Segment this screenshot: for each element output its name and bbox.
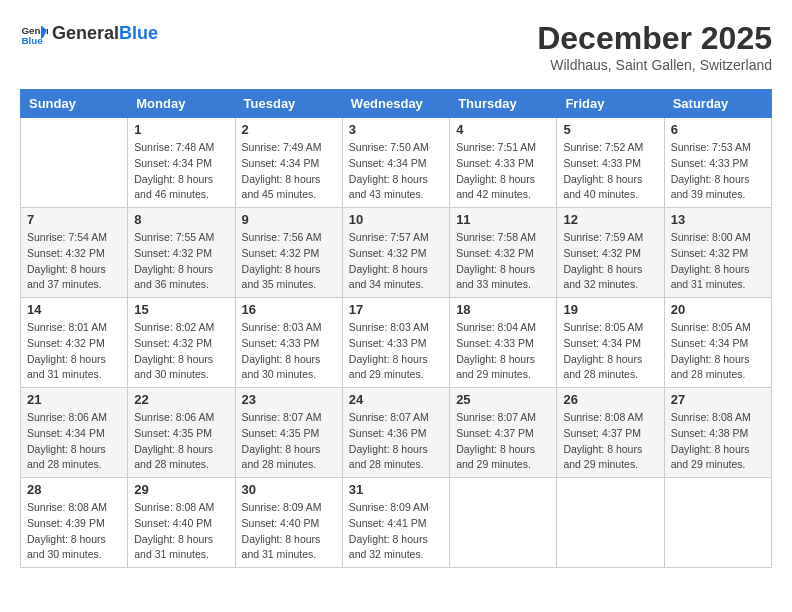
day-cell: 25 Sunrise: 8:07 AMSunset: 4:37 PMDaylig… [450, 388, 557, 478]
day-number: 24 [349, 392, 443, 407]
cell-info: Sunrise: 8:05 AMSunset: 4:34 PMDaylight:… [671, 320, 765, 383]
day-cell: 24 Sunrise: 8:07 AMSunset: 4:36 PMDaylig… [342, 388, 449, 478]
day-cell [557, 478, 664, 568]
cell-info: Sunrise: 8:06 AMSunset: 4:35 PMDaylight:… [134, 410, 228, 473]
day-cell: 4 Sunrise: 7:51 AMSunset: 4:33 PMDayligh… [450, 118, 557, 208]
col-header-saturday: Saturday [664, 90, 771, 118]
day-number: 21 [27, 392, 121, 407]
cell-info: Sunrise: 7:59 AMSunset: 4:32 PMDaylight:… [563, 230, 657, 293]
cell-info: Sunrise: 7:58 AMSunset: 4:32 PMDaylight:… [456, 230, 550, 293]
month-year: December 2025 [537, 20, 772, 57]
cell-info: Sunrise: 8:08 AMSunset: 4:37 PMDaylight:… [563, 410, 657, 473]
day-cell: 27 Sunrise: 8:08 AMSunset: 4:38 PMDaylig… [664, 388, 771, 478]
day-number: 10 [349, 212, 443, 227]
day-cell: 1 Sunrise: 7:48 AMSunset: 4:34 PMDayligh… [128, 118, 235, 208]
day-number: 20 [671, 302, 765, 317]
day-cell: 10 Sunrise: 7:57 AMSunset: 4:32 PMDaylig… [342, 208, 449, 298]
cell-info: Sunrise: 8:03 AMSunset: 4:33 PMDaylight:… [349, 320, 443, 383]
cell-info: Sunrise: 7:53 AMSunset: 4:33 PMDaylight:… [671, 140, 765, 203]
col-header-monday: Monday [128, 90, 235, 118]
cell-info: Sunrise: 8:09 AMSunset: 4:40 PMDaylight:… [242, 500, 336, 563]
cell-info: Sunrise: 7:56 AMSunset: 4:32 PMDaylight:… [242, 230, 336, 293]
day-number: 3 [349, 122, 443, 137]
cell-info: Sunrise: 7:50 AMSunset: 4:34 PMDaylight:… [349, 140, 443, 203]
day-number: 6 [671, 122, 765, 137]
day-cell: 15 Sunrise: 8:02 AMSunset: 4:32 PMDaylig… [128, 298, 235, 388]
day-number: 11 [456, 212, 550, 227]
day-number: 16 [242, 302, 336, 317]
day-cell: 20 Sunrise: 8:05 AMSunset: 4:34 PMDaylig… [664, 298, 771, 388]
week-row-3: 14 Sunrise: 8:01 AMSunset: 4:32 PMDaylig… [21, 298, 772, 388]
day-number: 15 [134, 302, 228, 317]
cell-info: Sunrise: 8:07 AMSunset: 4:36 PMDaylight:… [349, 410, 443, 473]
day-cell: 8 Sunrise: 7:55 AMSunset: 4:32 PMDayligh… [128, 208, 235, 298]
week-row-1: 1 Sunrise: 7:48 AMSunset: 4:34 PMDayligh… [21, 118, 772, 208]
cell-info: Sunrise: 8:05 AMSunset: 4:34 PMDaylight:… [563, 320, 657, 383]
cell-info: Sunrise: 8:07 AMSunset: 4:37 PMDaylight:… [456, 410, 550, 473]
day-cell: 5 Sunrise: 7:52 AMSunset: 4:33 PMDayligh… [557, 118, 664, 208]
day-number: 18 [456, 302, 550, 317]
day-number: 29 [134, 482, 228, 497]
header-row: SundayMondayTuesdayWednesdayThursdayFrid… [21, 90, 772, 118]
logo-icon: General Blue [20, 20, 48, 48]
calendar-table: SundayMondayTuesdayWednesdayThursdayFrid… [20, 89, 772, 568]
day-cell: 13 Sunrise: 8:00 AMSunset: 4:32 PMDaylig… [664, 208, 771, 298]
day-cell [450, 478, 557, 568]
cell-info: Sunrise: 7:57 AMSunset: 4:32 PMDaylight:… [349, 230, 443, 293]
day-number: 17 [349, 302, 443, 317]
day-number: 8 [134, 212, 228, 227]
day-number: 22 [134, 392, 228, 407]
cell-info: Sunrise: 7:54 AMSunset: 4:32 PMDaylight:… [27, 230, 121, 293]
day-cell: 22 Sunrise: 8:06 AMSunset: 4:35 PMDaylig… [128, 388, 235, 478]
day-cell [664, 478, 771, 568]
day-cell: 7 Sunrise: 7:54 AMSunset: 4:32 PMDayligh… [21, 208, 128, 298]
day-number: 5 [563, 122, 657, 137]
week-row-4: 21 Sunrise: 8:06 AMSunset: 4:34 PMDaylig… [21, 388, 772, 478]
day-cell: 3 Sunrise: 7:50 AMSunset: 4:34 PMDayligh… [342, 118, 449, 208]
day-number: 13 [671, 212, 765, 227]
day-cell: 16 Sunrise: 8:03 AMSunset: 4:33 PMDaylig… [235, 298, 342, 388]
col-header-thursday: Thursday [450, 90, 557, 118]
cell-info: Sunrise: 7:49 AMSunset: 4:34 PMDaylight:… [242, 140, 336, 203]
day-number: 4 [456, 122, 550, 137]
location: Wildhaus, Saint Gallen, Switzerland [537, 57, 772, 73]
day-number: 7 [27, 212, 121, 227]
svg-text:Blue: Blue [21, 35, 43, 46]
day-cell: 6 Sunrise: 7:53 AMSunset: 4:33 PMDayligh… [664, 118, 771, 208]
day-cell: 18 Sunrise: 8:04 AMSunset: 4:33 PMDaylig… [450, 298, 557, 388]
cell-info: Sunrise: 8:00 AMSunset: 4:32 PMDaylight:… [671, 230, 765, 293]
col-header-sunday: Sunday [21, 90, 128, 118]
day-number: 28 [27, 482, 121, 497]
day-number: 25 [456, 392, 550, 407]
day-number: 12 [563, 212, 657, 227]
col-header-friday: Friday [557, 90, 664, 118]
day-cell: 9 Sunrise: 7:56 AMSunset: 4:32 PMDayligh… [235, 208, 342, 298]
day-number: 27 [671, 392, 765, 407]
cell-info: Sunrise: 8:04 AMSunset: 4:33 PMDaylight:… [456, 320, 550, 383]
day-cell: 28 Sunrise: 8:08 AMSunset: 4:39 PMDaylig… [21, 478, 128, 568]
day-cell: 23 Sunrise: 8:07 AMSunset: 4:35 PMDaylig… [235, 388, 342, 478]
day-cell: 19 Sunrise: 8:05 AMSunset: 4:34 PMDaylig… [557, 298, 664, 388]
day-number: 1 [134, 122, 228, 137]
cell-info: Sunrise: 8:02 AMSunset: 4:32 PMDaylight:… [134, 320, 228, 383]
cell-info: Sunrise: 8:08 AMSunset: 4:40 PMDaylight:… [134, 500, 228, 563]
cell-info: Sunrise: 8:08 AMSunset: 4:38 PMDaylight:… [671, 410, 765, 473]
logo: General Blue GeneralBlue [20, 20, 158, 48]
day-cell: 14 Sunrise: 8:01 AMSunset: 4:32 PMDaylig… [21, 298, 128, 388]
col-header-tuesday: Tuesday [235, 90, 342, 118]
cell-info: Sunrise: 7:52 AMSunset: 4:33 PMDaylight:… [563, 140, 657, 203]
cell-info: Sunrise: 8:03 AMSunset: 4:33 PMDaylight:… [242, 320, 336, 383]
day-cell: 12 Sunrise: 7:59 AMSunset: 4:32 PMDaylig… [557, 208, 664, 298]
day-number: 30 [242, 482, 336, 497]
logo-text: GeneralBlue [52, 24, 158, 44]
day-number: 19 [563, 302, 657, 317]
day-number: 23 [242, 392, 336, 407]
day-cell: 29 Sunrise: 8:08 AMSunset: 4:40 PMDaylig… [128, 478, 235, 568]
day-cell: 30 Sunrise: 8:09 AMSunset: 4:40 PMDaylig… [235, 478, 342, 568]
cell-info: Sunrise: 8:09 AMSunset: 4:41 PMDaylight:… [349, 500, 443, 563]
cell-info: Sunrise: 7:48 AMSunset: 4:34 PMDaylight:… [134, 140, 228, 203]
day-number: 31 [349, 482, 443, 497]
cell-info: Sunrise: 8:06 AMSunset: 4:34 PMDaylight:… [27, 410, 121, 473]
cell-info: Sunrise: 7:55 AMSunset: 4:32 PMDaylight:… [134, 230, 228, 293]
day-cell: 31 Sunrise: 8:09 AMSunset: 4:41 PMDaylig… [342, 478, 449, 568]
